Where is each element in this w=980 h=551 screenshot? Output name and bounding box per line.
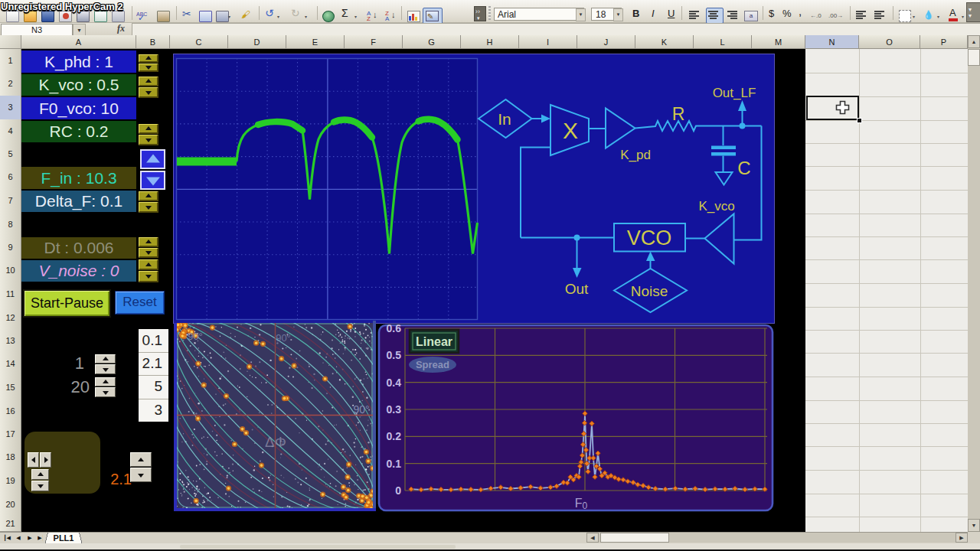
svg-text:R: R [672,104,685,124]
svg-text:90°: 90° [276,332,291,344]
svg-text:Out_LF: Out_LF [713,86,756,100]
svg-text:0.3: 0.3 [387,403,402,416]
svg-text:K_pd: K_pd [620,148,651,162]
svg-text:VCO: VCO [627,227,672,249]
svg-text:0.5: 0.5 [387,349,402,361]
svg-text:Out: Out [565,281,589,297]
svg-text:ΔΦ: ΔΦ [265,434,286,450]
svg-text:C: C [737,158,750,178]
svg-text:0.1: 0.1 [387,458,402,470]
svg-text:0.4: 0.4 [387,377,402,389]
svg-text:Spread: Spread [416,359,449,370]
svg-text:Noise: Noise [631,283,668,299]
svg-text:X: X [563,118,578,143]
svg-text:0.2: 0.2 [387,430,402,442]
svg-text:90°: 90° [353,403,369,416]
svg-text:0.6: 0.6 [387,324,402,334]
svg-text:Linear: Linear [416,335,452,348]
svg-text:0: 0 [395,484,401,497]
svg-text:In: In [498,110,511,128]
svg-text:90°: 90° [188,331,203,342]
svg-text:K_vco: K_vco [698,199,734,214]
